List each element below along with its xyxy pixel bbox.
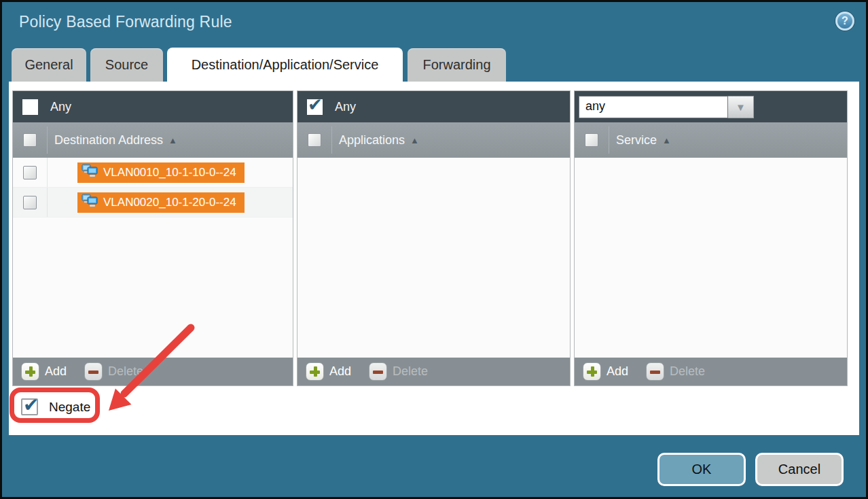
network-address-icon — [82, 194, 98, 211]
tab-content-area: Any Destination Address ▲ — [9, 82, 859, 435]
destination-list: VLAN0010_10-1-10-0--24 — [13, 158, 293, 358]
delete-button[interactable]: Delete — [84, 362, 143, 381]
row-checkbox[interactable] — [23, 196, 37, 209]
applications-column-label[interactable]: Applications — [339, 133, 405, 148]
plus-icon — [583, 362, 601, 381]
tab-general[interactable]: General — [12, 48, 86, 82]
dialog-title: Policy Based Forwarding Rule — [19, 13, 232, 31]
delete-button-label: Delete — [108, 364, 143, 379]
service-dropdown-button[interactable]: ▼ — [728, 96, 754, 118]
destination-any-checkbox[interactable] — [22, 99, 38, 115]
chevron-down-icon: ▼ — [736, 101, 746, 113]
destination-any-label: Any — [50, 100, 71, 114]
add-button[interactable]: Add — [21, 362, 67, 381]
checkmark-icon: ✔ — [23, 394, 39, 416]
applications-footer: Add Delete — [297, 358, 570, 385]
sort-asc-icon[interactable]: ▲ — [410, 135, 419, 145]
destination-any-bar: Any — [13, 91, 293, 122]
service-panel: any ▼ Service ▲ Add Delete — [574, 90, 848, 386]
sort-asc-icon[interactable]: ▲ — [168, 135, 177, 145]
delete-button-label: Delete — [670, 364, 705, 379]
ok-button[interactable]: OK — [657, 453, 746, 486]
delete-button-label: Delete — [393, 364, 428, 379]
cancel-button[interactable]: Cancel — [755, 453, 844, 486]
add-button-label: Add — [45, 364, 67, 379]
applications-panel: ✔ Any Applications ▲ Add Delete — [297, 90, 571, 386]
checkmark-icon: ✔ — [308, 94, 323, 116]
service-header-bar: any ▼ — [575, 91, 847, 122]
applications-column-header: Applications ▲ — [297, 122, 570, 158]
plus-icon — [306, 362, 324, 381]
service-list — [575, 158, 847, 358]
service-dropdown-value[interactable]: any — [579, 96, 728, 118]
tab-destination-application-service[interactable]: Destination/Application/Service — [167, 48, 403, 82]
add-button-label: Add — [329, 364, 351, 379]
table-row: VLAN0020_10-1-20-0--24 — [13, 188, 293, 218]
address-object-label: VLAN0020_10-1-20-0--24 — [103, 196, 236, 209]
applications-list — [297, 158, 570, 358]
delete-button[interactable]: Delete — [646, 362, 705, 381]
table-row: VLAN0010_10-1-10-0--24 — [13, 158, 293, 188]
negate-checkbox[interactable]: ✔ — [21, 398, 38, 415]
add-button[interactable]: Add — [306, 362, 351, 381]
row-checkbox[interactable] — [23, 166, 37, 179]
destination-footer: Add Delete — [13, 358, 293, 385]
network-address-icon — [82, 164, 98, 182]
service-footer: Add Delete — [575, 358, 847, 385]
destination-select-all-checkbox[interactable] — [23, 133, 37, 147]
minus-icon — [84, 362, 103, 381]
destination-column-header: Destination Address ▲ — [13, 122, 293, 158]
minus-icon — [369, 362, 387, 381]
tab-source[interactable]: Source — [90, 48, 163, 82]
service-select-all-checkbox[interactable] — [585, 133, 598, 147]
service-dropdown[interactable]: any ▼ — [579, 96, 754, 118]
address-object-label: VLAN0010_10-1-10-0--24 — [103, 166, 236, 179]
applications-any-label: Any — [335, 100, 356, 114]
help-icon[interactable]: ? — [835, 12, 854, 31]
address-object-chip[interactable]: VLAN0020_10-1-20-0--24 — [77, 192, 245, 213]
delete-button[interactable]: Delete — [369, 362, 428, 381]
minus-icon — [646, 362, 664, 381]
plus-icon — [21, 362, 39, 381]
negate-label: Negate — [49, 400, 90, 415]
negate-row: ✔ Negate — [21, 398, 90, 415]
service-column-header: Service ▲ — [575, 122, 847, 158]
service-column-label[interactable]: Service — [616, 133, 657, 148]
applications-any-checkbox[interactable]: ✔ — [307, 99, 323, 115]
destination-address-panel: Any Destination Address ▲ — [12, 90, 293, 386]
add-button[interactable]: Add — [583, 362, 628, 381]
tab-forwarding[interactable]: Forwarding — [408, 48, 506, 82]
applications-select-all-checkbox[interactable] — [308, 133, 321, 147]
applications-any-bar: ✔ Any — [297, 91, 570, 122]
destination-column-label[interactable]: Destination Address — [54, 133, 163, 148]
policy-forwarding-dialog: Policy Based Forwarding Rule ? General S… — [0, 0, 868, 499]
address-object-chip[interactable]: VLAN0010_10-1-10-0--24 — [77, 162, 245, 183]
sort-asc-icon[interactable]: ▲ — [662, 135, 671, 145]
add-button-label: Add — [607, 364, 628, 379]
